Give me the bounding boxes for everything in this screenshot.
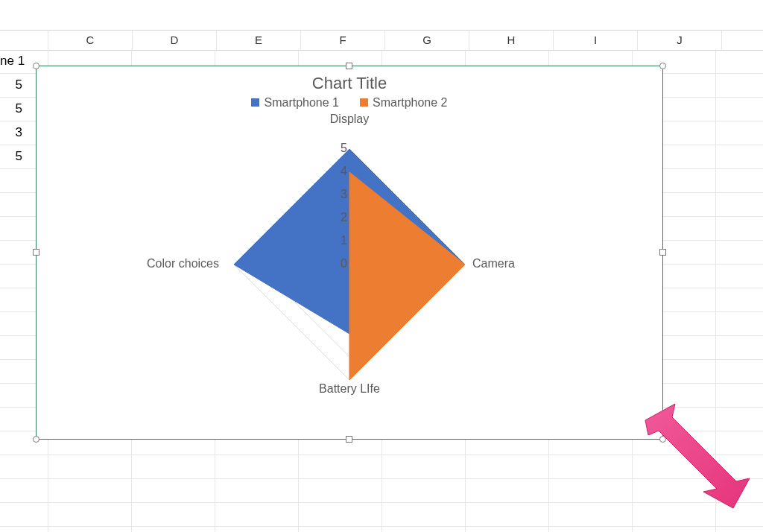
col-header-c[interactable]: C xyxy=(48,31,133,50)
axis-label-top: Display xyxy=(330,113,369,126)
tick-5: 5 xyxy=(341,142,347,155)
col-header-gap xyxy=(0,31,48,50)
resize-handle-tr[interactable] xyxy=(659,63,666,69)
col-header-j[interactable]: J xyxy=(638,31,722,50)
legend-label-1: Smartphone 1 xyxy=(264,96,339,109)
chart-title[interactable]: Chart Title xyxy=(37,74,662,93)
resize-handle-br[interactable] xyxy=(659,436,666,443)
cell-value: 5 xyxy=(0,73,27,97)
resize-handle-bl[interactable] xyxy=(33,436,39,443)
axis-label-bottom: Battery LIfe xyxy=(319,382,380,396)
gridline-v xyxy=(715,49,716,532)
chart-legend[interactable]: Smartphone 1 Smartphone 2 xyxy=(37,96,662,110)
cell-value: 5 xyxy=(0,97,27,121)
legend-item-2[interactable]: Smartphone 2 xyxy=(360,96,448,110)
col-header-i[interactable]: I xyxy=(554,31,638,50)
resize-handle-tl[interactable] xyxy=(33,63,39,69)
col-header-f[interactable]: F xyxy=(301,31,385,50)
gridline-h xyxy=(0,478,763,479)
gridline-h xyxy=(0,455,763,455)
chart-object[interactable]: Chart Title Smartphone 1 Smartphone 2 xyxy=(36,66,663,440)
col-header-g[interactable]: G xyxy=(385,31,469,50)
cell-value: 5 xyxy=(0,145,27,168)
legend-item-1[interactable]: Smartphone 1 xyxy=(251,96,339,110)
resize-handle-bottom[interactable] xyxy=(346,436,352,443)
axis-label-right: Camera xyxy=(472,257,515,270)
resize-handle-top[interactable] xyxy=(346,63,352,69)
axis-label-left: Color choices xyxy=(147,257,219,270)
tick-1: 1 xyxy=(341,234,347,247)
tick-2: 2 xyxy=(341,211,347,224)
gridline-h xyxy=(0,526,763,527)
col-header-h[interactable]: H xyxy=(469,31,554,50)
tick-0: 0 xyxy=(341,257,347,270)
tick-4: 4 xyxy=(341,165,347,178)
gridline-h xyxy=(0,502,763,503)
col-header-e[interactable]: E xyxy=(217,31,301,50)
legend-swatch-icon xyxy=(251,98,259,107)
column-header-row: C D E F G H I J xyxy=(0,30,763,51)
spreadsheet-canvas[interactable]: C D E F G H I J xyxy=(0,0,763,532)
legend-swatch-icon xyxy=(360,98,368,107)
cell-value: 3 xyxy=(0,121,27,145)
svg-marker-10 xyxy=(349,172,465,380)
legend-label-2: Smartphone 2 xyxy=(373,96,448,109)
radar-svg xyxy=(37,115,662,399)
col-header-d[interactable]: D xyxy=(133,31,217,50)
radar-plot-area[interactable]: Display Camera Battery LIfe Color choice… xyxy=(37,115,662,399)
tick-3: 3 xyxy=(341,188,347,201)
cell-b1-partial: ne 1 xyxy=(0,49,37,73)
